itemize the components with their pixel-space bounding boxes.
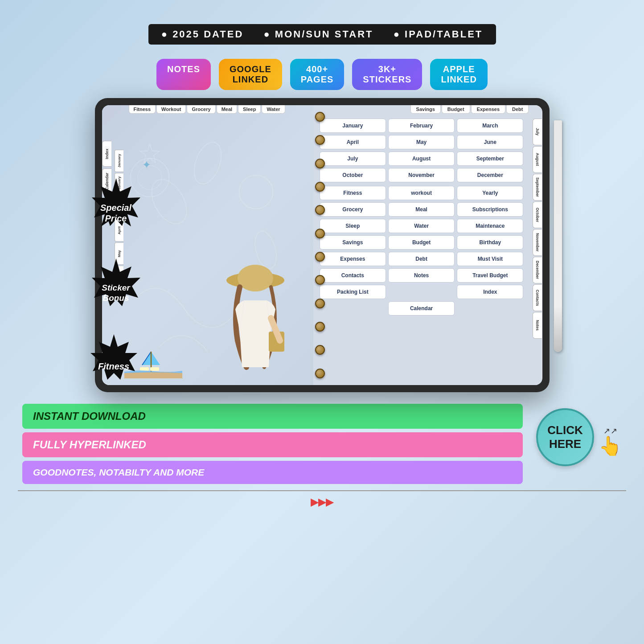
month-december[interactable]: December — [457, 168, 523, 182]
tab-october[interactable]: October — [533, 201, 542, 228]
month-march[interactable]: March — [457, 119, 523, 133]
month-july[interactable]: July — [320, 152, 386, 166]
link-birthday[interactable]: Birthday — [457, 235, 523, 250]
month-april[interactable]: April — [320, 135, 386, 149]
feature-hyperlinked[interactable]: FULLY HYPERLINKED — [22, 432, 523, 457]
special-price-text: SpecialPrice — [100, 202, 131, 224]
link-must-visit[interactable]: Must Visit — [457, 252, 523, 266]
link-travel-budget[interactable]: Travel Budget — [457, 268, 523, 283]
special-price-badge[interactable]: SpecialPrice — [82, 178, 151, 247]
link-subscriptions[interactable]: Subscriptions — [457, 202, 523, 217]
tab-workout[interactable]: Workout — [156, 105, 186, 114]
main-title — [0, 0, 644, 12]
tab-july[interactable]: July — [533, 119, 542, 145]
svg-point-8 — [239, 175, 273, 209]
subtitle-bar: ● 2025 DATED ● MON/SUN START ● IPAD/TABL… — [148, 24, 496, 45]
svg-rect-16 — [150, 367, 159, 371]
months-grid: January February March April May June Ju… — [320, 119, 536, 182]
ring-1 — [315, 112, 325, 122]
link-workout[interactable]: workout — [388, 186, 455, 200]
ring-12 — [315, 369, 325, 378]
month-october[interactable]: October — [320, 168, 386, 182]
spiral-binding — [313, 105, 327, 385]
ring-11 — [315, 345, 325, 355]
click-here-text: CLICKHERE — [547, 423, 582, 451]
link-grocery[interactable]: Grocery — [320, 202, 386, 217]
features-list: INSTANT DOWNLOAD FULLY HYPERLINKED GOODN… — [22, 404, 523, 484]
link-placeholder — [388, 285, 455, 299]
link-maintenace[interactable]: Maintenace — [457, 219, 523, 233]
link-expenses[interactable]: Expenses — [320, 252, 386, 266]
tab-sleep[interactable]: Sleep — [238, 105, 261, 114]
link-yearly[interactable]: Yearly — [457, 186, 523, 200]
subtitle-item-1: ● 2025 DATED — [161, 29, 244, 40]
badge-notes[interactable]: NOTES — [156, 59, 211, 90]
bottom-section: INSTANT DOWNLOAD FULLY HYPERLINKED GOODN… — [0, 396, 644, 484]
link-notes[interactable]: Notes — [388, 268, 455, 283]
tab-savings[interactable]: Savings — [410, 105, 441, 114]
link-placeholder3 — [457, 301, 523, 316]
link-fitness[interactable]: Fitness — [320, 186, 386, 200]
tablet-wrapper: SpecialPrice StickerBonus Fitness Fitnes… — [86, 98, 558, 392]
ring-9 — [315, 299, 325, 308]
right-page: Savings Budget Expenses Debt July August… — [313, 105, 542, 385]
sticker-bonus-badge[interactable]: StickerBonus — [82, 258, 151, 328]
link-meal[interactable]: Meal — [388, 202, 455, 217]
click-here-section: CLICKHERE ↗ ↗ 👆 — [536, 404, 622, 466]
right-side-tabs: July August September October November D… — [533, 119, 542, 339]
tab-september[interactable]: September — [533, 174, 542, 201]
badge-pages[interactable]: 400+PAGES — [290, 59, 345, 90]
tab-notes-right[interactable]: Notes — [533, 312, 542, 339]
subtitle-item-2: ● MON/SUN START — [263, 29, 373, 40]
cursor-arrow: ↗ ↗ 👆 — [599, 427, 622, 457]
tablet: Fitness Workout Grocery Meal Sleep Water… — [95, 98, 550, 392]
tab-contacts-right[interactable]: Contacts — [533, 284, 542, 311]
click-here-button[interactable]: CLICKHERE — [536, 408, 594, 466]
apple-pencil — [554, 120, 562, 352]
ring-10 — [315, 322, 325, 332]
fitness-badge[interactable]: Fitness — [82, 334, 146, 399]
feature-instant-download[interactable]: INSTANT DOWNLOAD — [22, 404, 523, 429]
link-budget[interactable]: Budget — [388, 235, 455, 250]
links-grid: Fitness workout Yearly Grocery Meal Subs… — [320, 186, 536, 316]
tab-november[interactable]: November — [533, 229, 542, 256]
tab-august[interactable]: August — [533, 146, 542, 173]
badge-stickers[interactable]: 3k+STICKERS — [352, 59, 422, 90]
link-sleep[interactable]: Sleep — [320, 219, 386, 233]
month-august[interactable]: August — [388, 152, 455, 166]
month-november[interactable]: November — [388, 168, 455, 182]
badge-apple[interactable]: APPLELINKED — [430, 59, 487, 90]
link-calendar[interactable]: Calendar — [388, 301, 455, 316]
content-footer: ▶▶▶ — [18, 490, 626, 508]
month-september[interactable]: September — [457, 152, 523, 166]
feature-goodnotes[interactable]: GOODNOTES, NOTABILTY AND MORE — [22, 461, 523, 484]
ring-4 — [315, 182, 325, 192]
tab-expenses[interactable]: Expenses — [471, 105, 505, 114]
ring-3 — [315, 159, 325, 168]
ring-5 — [315, 205, 325, 215]
link-debt[interactable]: Debt — [388, 252, 455, 266]
badges-row: NOTES GOOGLELINKED 400+PAGES 3k+STICKERS… — [0, 59, 644, 90]
link-water[interactable]: Water — [388, 219, 455, 233]
fitness-badge-text: Fitness — [98, 361, 129, 372]
tab-fitness[interactable]: Fitness — [129, 105, 156, 114]
tab-grocery[interactable]: Grocery — [187, 105, 215, 114]
ring-8 — [315, 275, 325, 285]
month-may[interactable]: May — [388, 135, 455, 149]
link-savings[interactable]: Savings — [320, 235, 386, 250]
top-tabs-left: Fitness Workout Grocery Meal Sleep Water — [129, 105, 285, 114]
tab-december[interactable]: December — [533, 257, 542, 283]
tab-meal-left[interactable]: Meal — [217, 105, 237, 114]
link-contacts[interactable]: Contacts — [320, 268, 386, 283]
tab-water-left[interactable]: Water — [262, 105, 285, 114]
month-january[interactable]: January — [320, 119, 386, 133]
tab-budget[interactable]: Budget — [442, 105, 470, 114]
link-placeholder2 — [320, 301, 386, 316]
badge-google[interactable]: GOOGLELINKED — [219, 59, 282, 90]
month-june[interactable]: June — [457, 135, 523, 149]
link-packing-list[interactable]: Packing List — [320, 285, 386, 299]
link-index[interactable]: Index — [457, 285, 523, 299]
tab-debt[interactable]: Debt — [506, 105, 529, 114]
month-february[interactable]: February — [388, 119, 455, 133]
footer-arrows: ▶▶▶ — [311, 496, 333, 508]
